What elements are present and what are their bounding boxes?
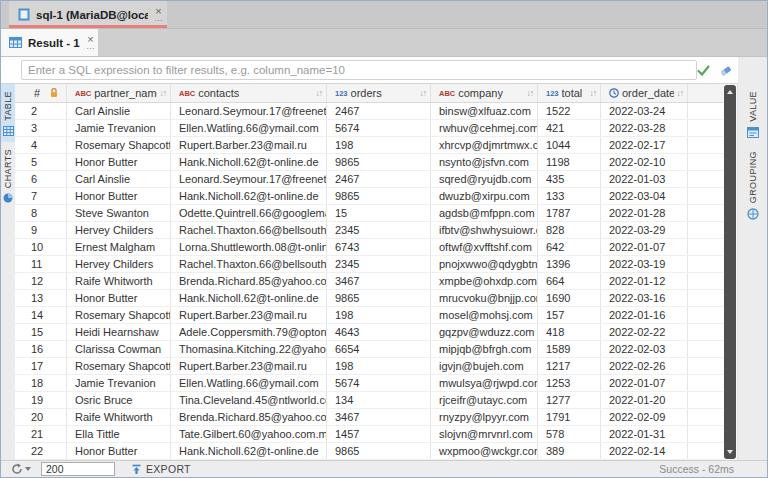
cell-order_date[interactable]: 2022-02-03 (601, 341, 688, 357)
cell-company[interactable]: agdsb@mfppn.com (431, 205, 538, 221)
cell-partner_name[interactable]: Jamie Trevanion (67, 120, 171, 136)
cell-partner_name[interactable]: Honor Butter (67, 290, 171, 306)
tab-grouping[interactable]: GROUPING (738, 144, 767, 226)
tab-value[interactable]: VALUE (738, 84, 767, 144)
cell-order_date[interactable]: 2022-02-10 (601, 154, 688, 170)
cell-company[interactable]: oftwf@xvfftshf.com (431, 239, 538, 255)
column-header-total[interactable]: 123total↓↑ (538, 84, 601, 102)
cell-partner_name[interactable]: Heidi Hearnshaw (67, 324, 171, 340)
row-number-cell[interactable]: 2 (15, 103, 67, 119)
cell-contacts[interactable]: Hank.Nicholl.62@t-online.de (171, 154, 327, 170)
cell-order_date[interactable]: 2022-03-19 (601, 256, 688, 272)
cell-total[interactable]: 642 (538, 239, 601, 255)
tab-overflow-icon[interactable]: … (154, 15, 163, 22)
cell-company[interactable]: mosel@mohsj.com (431, 307, 538, 323)
row-number-cell[interactable]: 16 (15, 341, 67, 357)
cell-company[interactable]: binsw@xlfuaz.com (431, 103, 538, 119)
sort-arrows-icon[interactable]: ↓↑ (677, 88, 684, 98)
cell-order_date[interactable]: 2022-03-29 (601, 222, 688, 238)
cell-contacts[interactable]: Rachel.Thaxton.66@bellsouth.net (171, 222, 327, 238)
scroll-up-icon[interactable] (727, 90, 733, 94)
cell-partner_name[interactable]: Ernest Malgham (67, 239, 171, 255)
table-row[interactable]: 18Jamie TrevanionEllen.Watling.66@ymail.… (15, 375, 723, 392)
cell-contacts[interactable]: Ellen.Watling.66@ymail.com (171, 375, 327, 391)
result-tab-1[interactable]: Result - 1 × … (1, 29, 98, 56)
table-row[interactable]: 6Carl AinslieLeonard.Seymour.17@freenet.… (15, 171, 723, 188)
cell-partner_name[interactable]: Ella Tittle (67, 426, 171, 442)
cell-total[interactable]: 421 (538, 120, 601, 136)
cell-order_date[interactable]: 2022-02-14 (601, 443, 688, 459)
cell-orders[interactable]: 2345 (327, 256, 431, 272)
vertical-scrollbar[interactable] (723, 84, 737, 460)
row-number-cell[interactable]: 15 (15, 324, 67, 340)
cell-orders[interactable]: 198 (327, 358, 431, 374)
row-number-cell[interactable]: 20 (15, 409, 67, 425)
cell-orders[interactable]: 3467 (327, 273, 431, 289)
column-header-partner_name[interactable]: ABCpartner_name↓↑ (67, 84, 171, 102)
cell-total[interactable]: 1690 (538, 290, 601, 306)
cell-contacts[interactable]: Hank.Nicholl.62@t-online.de (171, 443, 327, 459)
cell-company[interactable]: igvjn@bujeh.com (431, 358, 538, 374)
cell-company[interactable]: mrucvoku@bnjjp.com (431, 290, 538, 306)
cell-total[interactable]: 418 (538, 324, 601, 340)
cell-partner_name[interactable]: Honor Butter (67, 443, 171, 459)
cell-total[interactable]: 1198 (538, 154, 601, 170)
sort-arrows-icon[interactable]: ↓↑ (527, 88, 534, 98)
cell-order_date[interactable]: 2022-01-16 (601, 307, 688, 323)
table-row[interactable]: 9Hervey ChildersRachel.Thaxton.66@bellso… (15, 222, 723, 239)
cell-company[interactable]: gqzpv@wduzz.com (431, 324, 538, 340)
cell-partner_name[interactable]: Osric Bruce (67, 392, 171, 408)
cell-order_date[interactable]: 2022-01-12 (601, 273, 688, 289)
cell-company[interactable]: sqred@ryujdb.com (431, 171, 538, 187)
cell-orders[interactable]: 6743 (327, 239, 431, 255)
cell-order_date[interactable]: 2022-01-31 (601, 426, 688, 442)
cell-orders[interactable]: 2345 (327, 222, 431, 238)
column-header-orders[interactable]: 123orders↓↑ (327, 84, 431, 102)
cell-orders[interactable]: 5674 (327, 375, 431, 391)
sort-arrows-icon[interactable]: ↓↑ (316, 88, 323, 98)
table-row[interactable]: 13Honor ButterHank.Nicholl.62@t-online.d… (15, 290, 723, 307)
cell-total[interactable]: 435 (538, 171, 601, 187)
cell-order_date[interactable]: 2022-02-09 (601, 409, 688, 425)
cell-order_date[interactable]: 2022-01-07 (601, 375, 688, 391)
cell-total[interactable]: 133 (538, 188, 601, 204)
table-row[interactable]: 10Ernest MalghamLorna.Shuttleworth.08@t-… (15, 239, 723, 256)
row-number-cell[interactable]: 22 (15, 443, 67, 459)
cell-contacts[interactable]: Tina.Cleveland.45@ntlworld.com (171, 392, 327, 408)
cell-orders[interactable]: 9865 (327, 443, 431, 459)
cell-orders[interactable]: 2467 (327, 103, 431, 119)
cell-partner_name[interactable]: Raife Whitworth (67, 273, 171, 289)
cell-total[interactable]: 578 (538, 426, 601, 442)
refresh-button[interactable] (11, 463, 31, 475)
tab-overflow-icon[interactable]: … (86, 43, 95, 50)
table-row[interactable]: 19Osric BruceTina.Cleveland.45@ntlworld.… (15, 392, 723, 409)
cell-contacts[interactable]: Rupert.Barber.23@mail.ru (171, 307, 327, 323)
cell-order_date[interactable]: 2022-03-04 (601, 188, 688, 204)
row-number-cell[interactable]: 11 (15, 256, 67, 272)
cell-company[interactable]: rwhuv@cehmej.com (431, 120, 538, 136)
row-number-cell[interactable]: 17 (15, 358, 67, 374)
cell-partner_name[interactable]: Raife Whitworth (67, 409, 171, 425)
fetch-size-input[interactable] (41, 462, 115, 476)
cell-contacts[interactable]: Rupert.Barber.23@mail.ru (171, 358, 327, 374)
row-number-cell[interactable]: 6 (15, 171, 67, 187)
apply-filter-check-icon[interactable] (697, 65, 710, 76)
sort-arrows-icon[interactable]: ↓↑ (590, 88, 597, 98)
cell-company[interactable]: mwulsya@rjwpd.com (431, 375, 538, 391)
table-row[interactable]: 20Raife WhitworthBrenda.Richard.85@yahoo… (15, 409, 723, 426)
row-number-cell[interactable]: 5 (15, 154, 67, 170)
cell-contacts[interactable]: Rachel.Thaxton.66@bellsouth.net (171, 256, 327, 272)
row-number-cell[interactable]: 12 (15, 273, 67, 289)
cell-order_date[interactable]: 2022-02-17 (601, 137, 688, 153)
cell-contacts[interactable]: Leonard.Seymour.17@freenet.de (171, 103, 327, 119)
cell-company[interactable]: nsynto@jsfvn.com (431, 154, 538, 170)
cell-contacts[interactable]: Brenda.Richard.85@yahoo.co.jp (171, 273, 327, 289)
tab-charts[interactable]: CHARTS (1, 142, 15, 209)
sort-arrows-icon[interactable]: ↓↑ (420, 88, 427, 98)
row-number-cell[interactable]: 4 (15, 137, 67, 153)
cell-orders[interactable]: 2467 (327, 171, 431, 187)
cell-contacts[interactable]: Leonard.Seymour.17@freenet.de (171, 171, 327, 187)
table-row[interactable]: 4Rosemary ShapcottRupert.Barber.23@mail.… (15, 137, 723, 154)
cell-partner_name[interactable]: Honor Butter (67, 188, 171, 204)
table-row[interactable]: 8Steve SwantonOdette.Quintrell.66@google… (15, 205, 723, 222)
